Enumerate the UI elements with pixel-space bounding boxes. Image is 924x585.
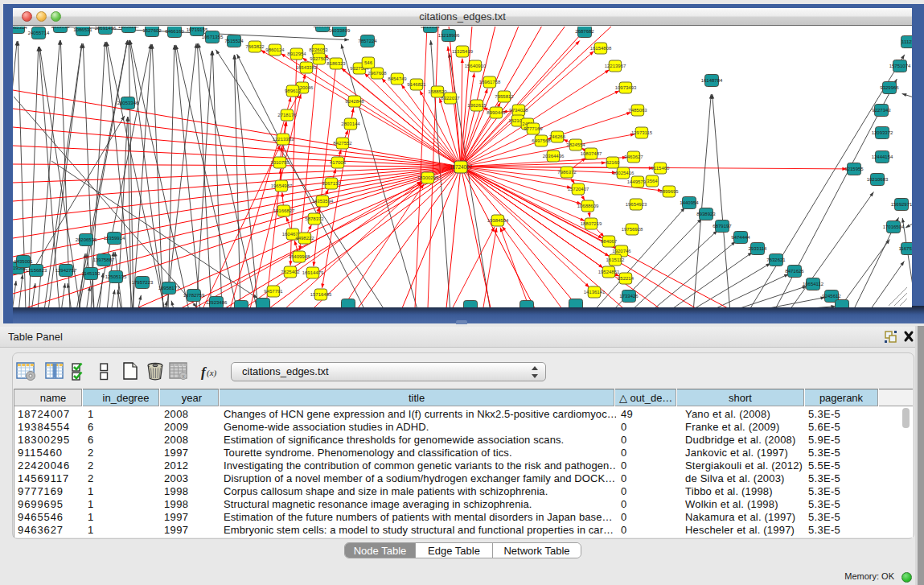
svg-text:9457791: 9457791 [264,289,283,294]
svg-text:7986372: 7986372 [557,170,577,175]
svg-text:10654112: 10654112 [803,282,824,286]
svg-text:20053346: 20053346 [117,101,139,105]
svg-text:9115460: 9115460 [651,166,671,171]
svg-text:8899695: 8899695 [659,189,679,194]
svg-text:8322037: 8322037 [441,96,460,101]
svg-text:12505135: 12505135 [105,274,127,279]
svg-text:12213363: 12213363 [273,137,294,142]
svg-text:1733426: 1733426 [619,294,639,299]
svg-text:1527602: 1527602 [142,28,162,33]
svg-text:12973115: 12973115 [631,130,653,135]
svg-text:7515524: 7515524 [224,39,244,43]
svg-text:19654923: 19654923 [626,202,647,207]
svg-text:13975887: 13975887 [93,257,115,262]
svg-text:417006: 417006 [330,160,347,165]
svg-text:9734028: 9734028 [509,108,528,113]
svg-text:17957223: 17957223 [132,280,154,285]
svg-text:8990443: 8990443 [487,110,506,115]
svg-text:2687682: 2687682 [575,29,594,34]
svg-text:8226053: 8226053 [309,47,328,52]
svg-text:8912954: 8912954 [287,51,306,56]
svg-text:24055714: 24055714 [28,31,50,35]
svg-text:3564: 3564 [647,179,658,183]
svg-text:15692971: 15692971 [891,202,912,207]
svg-text:1435001: 1435001 [14,259,33,264]
svg-text:1010755: 1010755 [270,160,290,165]
svg-text:10807487: 10807487 [581,151,602,156]
svg-text:16148784: 16148784 [701,78,723,83]
svg-text:1086531: 1086531 [73,27,92,32]
svg-text:252214: 252214 [618,276,634,281]
svg-text:15720407: 15720407 [568,187,589,192]
svg-text:12213967: 12213967 [605,64,626,68]
svg-text:62160: 62160 [606,160,620,165]
svg-text:18724007: 18724007 [450,164,473,170]
svg-text:11123: 11123 [901,39,912,44]
svg-text:1362615: 1362615 [467,103,487,108]
svg-text:(x): (x) [207,368,217,378]
svg-text:9227343: 9227343 [872,108,891,113]
svg-text:8471626: 8471626 [785,269,804,274]
svg-text:9463627: 9463627 [624,154,643,159]
svg-text:1145193: 1145193 [82,271,101,276]
svg-text:1920746: 1920746 [612,249,631,253]
svg-text:984067: 984067 [601,239,618,244]
svg-text:7625402: 7625402 [281,270,300,274]
svg-text:19384554: 19384554 [487,218,509,223]
svg-text:8813054: 8813054 [421,27,440,29]
svg-text:3824554: 3824554 [566,142,585,147]
svg-text:10958177: 10958177 [158,286,180,290]
svg-text:4498222: 4498222 [295,236,314,241]
svg-text:15409948: 15409948 [289,254,310,259]
svg-text:12942757: 12942757 [55,268,77,273]
svg-text:16543382: 16543382 [296,65,318,70]
svg-text:9474444: 9474444 [731,235,750,240]
svg-text:3267130: 3267130 [322,181,341,186]
svg-text:10653287: 10653287 [118,27,140,29]
svg-text:2803144: 2803144 [341,122,360,126]
svg-text:11325419: 11325419 [452,49,474,54]
svg-text:2933114: 2933114 [749,246,768,251]
svg-text:10671355: 10671355 [202,35,224,39]
svg-text:10973493: 10973493 [615,85,637,90]
svg-text:13218906: 13218906 [438,33,460,38]
svg-text:19524851: 19524851 [598,270,620,274]
svg-text:12923486: 12923486 [206,300,228,305]
svg-text:10688609: 10688609 [577,204,599,208]
svg-text:2718176: 2718176 [277,113,297,117]
svg-text:15640910: 15640910 [465,64,487,68]
svg-text:1865314: 1865314 [13,27,27,30]
svg-text:8454749: 8454749 [388,76,407,81]
svg-text:16961758: 16961758 [479,80,501,84]
svg-text:20691406: 20691406 [95,27,117,31]
svg-text:19756928: 19756928 [622,227,643,232]
svg-text:18807219: 18807219 [581,221,602,226]
svg-text:12156823: 12156823 [26,268,47,273]
svg-text:7663822: 7663822 [245,44,265,49]
svg-text:9215955: 9215955 [844,167,864,171]
svg-text:19654987: 19654987 [271,183,293,188]
svg-text:1167533: 1167533 [899,246,912,251]
svg-text:7857224: 7857224 [358,39,377,43]
svg-text:14136141: 14136141 [584,290,606,295]
svg-text:12359914: 12359914 [104,236,125,241]
svg-text:20364436: 20364436 [543,154,565,159]
svg-text:9329966: 9329966 [880,85,899,90]
svg-text:12093372: 12093372 [872,130,893,135]
svg-text:10719155: 10719155 [187,27,208,32]
svg-text:5878372: 5878372 [305,216,324,221]
svg-text:7632621: 7632621 [766,257,786,262]
svg-text:9939036: 9939036 [51,27,70,29]
svg-text:1440954: 1440954 [680,200,699,205]
svg-text:15751074: 15751074 [889,64,911,68]
svg-text:16154808: 16154808 [590,46,612,51]
svg-text:2967608: 2967608 [368,71,387,76]
svg-text:16033809: 16033809 [329,28,351,33]
svg-text:10025416: 10025416 [613,171,634,175]
svg-text:14353594: 14353594 [312,199,334,204]
svg-text:6497568: 6497568 [532,138,551,143]
svg-text:16914479: 16914479 [302,270,324,275]
svg-text:9242848: 9242848 [345,99,364,104]
svg-text:19166827: 19166827 [273,208,295,213]
svg-text:1615112: 1615112 [606,257,626,262]
